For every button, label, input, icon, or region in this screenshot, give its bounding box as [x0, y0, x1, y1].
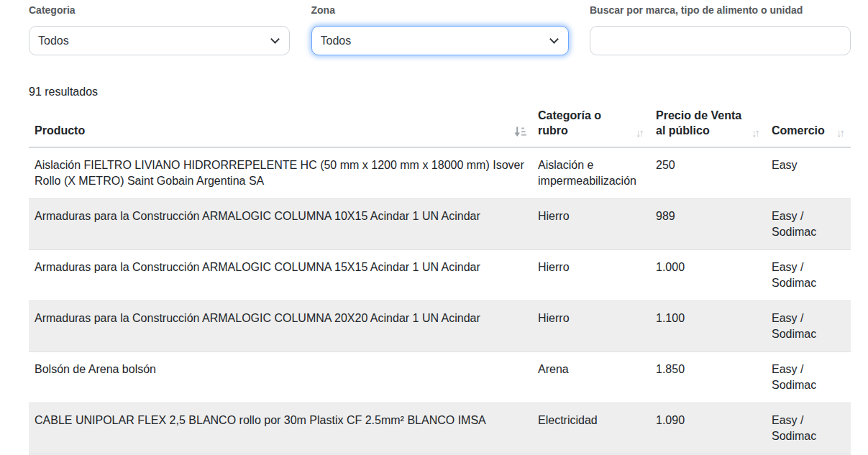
table-body: Aislación FIELTRO LIVIANO HIDRORREPELENT… — [29, 147, 851, 454]
cell-categoria: Hierro — [532, 301, 650, 352]
cell-precio: 1.000 — [650, 250, 766, 301]
cell-producto: Armaduras para la Construcción ARMALOGIC… — [29, 301, 532, 352]
zona-label: Zona — [311, 5, 569, 16]
filter-categoria: Categoria Todos — [29, 5, 290, 55]
column-header-producto[interactable]: Producto — [29, 105, 532, 147]
cell-producto: Bolsón de Arena bolsón — [29, 352, 532, 403]
cell-comercio: Easy — [766, 147, 851, 199]
table-header-row: Producto Categoría o ru — [29, 105, 851, 147]
cell-producto: Armaduras para la Construcción ARMALOGIC… — [29, 250, 532, 301]
column-header-label: Comercio — [772, 123, 825, 138]
search-input[interactable] — [590, 26, 851, 55]
zona-select[interactable]: Todos — [311, 26, 569, 55]
results-count: 91 resultados — [29, 86, 851, 98]
filter-zona: Zona Todos — [311, 5, 569, 55]
sort-arrows-icon[interactable]: ↓↑ — [836, 127, 845, 138]
categoria-select[interactable]: Todos — [29, 26, 290, 55]
table-row: Bolsón de Arena bolsón Arena 1.850 Easy … — [29, 352, 851, 403]
cell-categoria: Electricidad — [532, 403, 650, 454]
table-row: CABLE UNIPOLAR FLEX 2,5 BLANCO rollo por… — [29, 403, 851, 454]
products-table: Producto Categoría o ru — [29, 105, 851, 454]
column-header-precio[interactable]: Precio de Venta al público ↓↑ — [650, 105, 766, 147]
cell-precio: 1.090 — [650, 403, 766, 454]
cell-comercio: Easy / Sodimac — [766, 403, 851, 454]
cell-producto: Armaduras para la Construcción ARMALOGIC… — [29, 199, 532, 250]
column-header-label: Categoría o rubro — [538, 108, 633, 138]
cell-precio: 250 — [650, 147, 766, 199]
filters-bar: Categoria Todos Zona Todos Bus — [29, 5, 851, 55]
column-header-comercio[interactable]: Comercio ↓↑ — [766, 105, 851, 147]
table-row: Armaduras para la Construcción ARMALOGIC… — [29, 301, 851, 352]
cell-categoria: Hierro — [532, 250, 650, 301]
cell-precio: 1.850 — [650, 352, 766, 403]
table-row: Armaduras para la Construcción ARMALOGIC… — [29, 250, 851, 301]
categoria-label: Categoria — [29, 5, 290, 16]
cell-categoria: Aislación e impermeabilización — [532, 147, 650, 199]
sort-arrows-icon[interactable]: ↓↑ — [636, 127, 644, 138]
cell-precio: 989 — [650, 199, 766, 250]
column-header-categoria[interactable]: Categoría o rubro ↓↑ — [532, 105, 650, 147]
cell-categoria: Arena — [532, 352, 650, 403]
table-row: Armaduras para la Construcción ARMALOGIC… — [29, 199, 851, 250]
cell-producto: CABLE UNIPOLAR FLEX 2,5 BLANCO rollo por… — [29, 403, 532, 454]
cell-comercio: Easy / Sodimac — [766, 199, 851, 250]
cell-precio: 1.100 — [650, 301, 766, 352]
column-header-label: Precio de Venta al público — [656, 108, 749, 138]
filter-search: Buscar por marca, tipo de alimento o uni… — [590, 5, 851, 55]
cell-comercio: Easy / Sodimac — [766, 352, 851, 403]
cell-categoria: Hierro — [532, 199, 650, 250]
table-row: Aislación FIELTRO LIVIANO HIDRORREPELENT… — [29, 147, 851, 199]
column-header-label: Producto — [35, 123, 85, 138]
search-label: Buscar por marca, tipo de alimento o uni… — [590, 5, 851, 16]
sort-arrows-icon[interactable]: ↓↑ — [751, 127, 760, 138]
cell-comercio: Easy / Sodimac — [766, 250, 851, 301]
cell-comercio: Easy / Sodimac — [766, 301, 851, 352]
cell-producto: Aislación FIELTRO LIVIANO HIDRORREPELENT… — [29, 147, 532, 199]
sort-amount-asc-icon[interactable] — [514, 127, 526, 137]
page: Categoria Todos Zona Todos Bus — [0, 0, 868, 455]
